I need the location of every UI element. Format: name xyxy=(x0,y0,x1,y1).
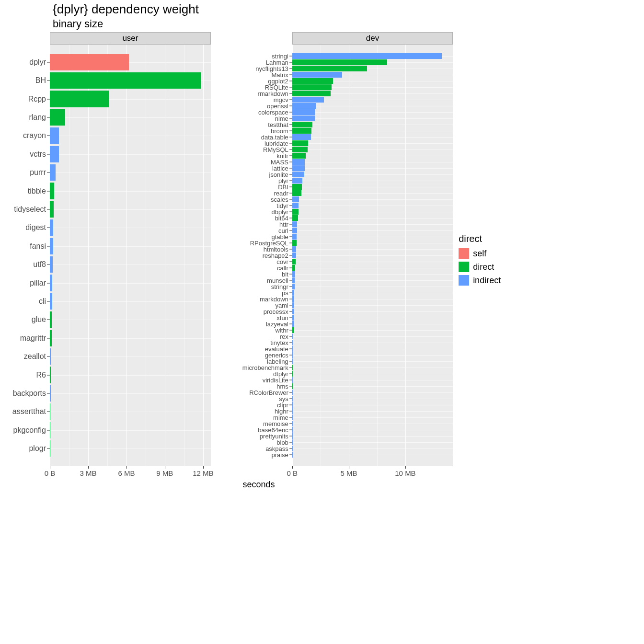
bar-row xyxy=(292,290,453,296)
bar-row xyxy=(292,97,453,103)
bar-row xyxy=(50,256,211,273)
legend-swatch xyxy=(459,248,469,259)
bar-row xyxy=(292,159,453,165)
bar-row xyxy=(50,422,211,439)
bar xyxy=(292,66,367,71)
x-tick-label: 3 MB xyxy=(80,469,96,477)
bar-row xyxy=(292,66,453,71)
bar xyxy=(292,172,304,177)
bar-row xyxy=(50,91,211,107)
bar xyxy=(292,265,296,271)
legend-item: direct xyxy=(459,262,516,272)
bar-row xyxy=(292,334,453,339)
bar xyxy=(292,203,299,208)
bar-row xyxy=(292,309,453,314)
bar-row xyxy=(292,253,453,258)
bar xyxy=(292,371,293,377)
bar xyxy=(292,140,308,146)
bar-row xyxy=(50,72,211,89)
bar xyxy=(292,302,294,308)
bar-row xyxy=(50,403,211,420)
bar-row xyxy=(292,196,453,202)
bar-row xyxy=(292,277,453,283)
bar xyxy=(292,296,294,302)
bar xyxy=(292,184,302,190)
chart-subtitle: binary size xyxy=(53,18,518,30)
y-tick-label: glue xyxy=(32,315,46,324)
bar-row xyxy=(292,346,453,352)
y-tick-label: fansi xyxy=(30,242,46,251)
bar xyxy=(292,365,293,370)
y-tick-label: backports xyxy=(13,389,46,398)
bar xyxy=(292,439,293,445)
bar xyxy=(292,153,306,159)
y-axis-labels-user: dplyrBHRcpprlangcrayonvctrspurrrtibbleti… xyxy=(2,45,50,466)
bar xyxy=(292,72,342,78)
bar-row xyxy=(292,115,453,121)
y-tick-label: pillar xyxy=(30,279,46,288)
bar xyxy=(292,253,296,258)
bar-row xyxy=(292,439,453,445)
bar xyxy=(50,146,59,163)
bar-row xyxy=(292,315,453,321)
bar-row xyxy=(292,446,453,451)
bar xyxy=(50,164,56,181)
bar xyxy=(292,128,311,134)
bar xyxy=(292,97,324,103)
bar-row xyxy=(292,78,453,84)
facet-user: user dplyrBHRcpprlangcrayonvctrspurrrtib… xyxy=(2,32,211,478)
x-tick-label: 12 MB xyxy=(193,469,213,477)
bar-row xyxy=(292,433,453,439)
bar-row xyxy=(50,275,211,291)
bar xyxy=(50,367,51,383)
facet-strip-dev: dev xyxy=(292,32,453,45)
bar xyxy=(292,346,293,352)
bar xyxy=(292,234,297,240)
bar-row xyxy=(292,72,453,78)
bar-row xyxy=(292,178,453,184)
bar-row xyxy=(292,153,453,159)
bar-row xyxy=(292,184,453,190)
bar-row xyxy=(292,321,453,327)
legend-swatch xyxy=(459,275,469,286)
bar xyxy=(50,219,53,236)
bar xyxy=(292,221,298,227)
bar-row xyxy=(292,377,453,383)
bar-row xyxy=(292,365,453,370)
bar xyxy=(292,240,297,246)
x-tick-label: 0 B xyxy=(45,469,56,477)
y-tick-label: praise xyxy=(271,451,288,458)
bar-row xyxy=(292,240,453,246)
bar-row xyxy=(292,103,453,109)
bar-row xyxy=(50,164,211,181)
y-tick-label: vctrs xyxy=(30,150,46,159)
plot-area-user xyxy=(50,45,211,466)
bar-row xyxy=(292,421,453,426)
bar xyxy=(50,330,52,347)
bar xyxy=(292,315,294,321)
bar-row xyxy=(50,311,211,328)
bar-row xyxy=(50,183,211,199)
bar xyxy=(292,91,331,96)
x-tick-label: 0 B xyxy=(287,469,298,477)
bar-row xyxy=(50,367,211,383)
bar-row xyxy=(292,383,453,389)
bar xyxy=(50,422,50,439)
y-tick-label: cli xyxy=(39,297,46,306)
bar-row xyxy=(50,201,211,218)
x-tick-label: 10 MB xyxy=(395,469,415,477)
legend-swatch xyxy=(459,262,469,272)
bar xyxy=(292,427,293,433)
y-tick-label: BH xyxy=(35,76,46,85)
bar xyxy=(292,122,313,127)
bar xyxy=(50,403,50,420)
bar-row xyxy=(292,91,453,96)
bar xyxy=(50,256,53,273)
bar-row xyxy=(292,402,453,408)
legend-title: direct xyxy=(459,233,516,244)
bar xyxy=(292,271,295,277)
bar xyxy=(292,396,293,402)
bar-row xyxy=(292,327,453,333)
y-tick-label: digest xyxy=(25,223,46,232)
bar-row xyxy=(292,259,453,264)
